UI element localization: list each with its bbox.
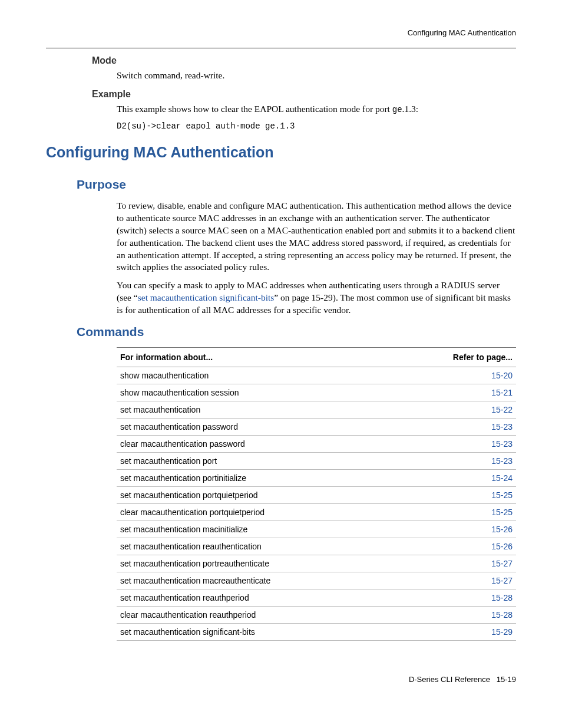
table-row: set macauthentication15-22: [117, 401, 516, 419]
mode-text: Switch command, read-write.: [117, 70, 516, 82]
command-name: set macauthentication password: [117, 419, 397, 436]
footer-doc-title: D-Series CLI Reference: [409, 675, 490, 684]
command-name: set macauthentication: [117, 401, 397, 419]
commands-table: For information about... Refer to page..…: [117, 347, 516, 641]
command-name: set macauthentication portinitialize: [117, 470, 397, 487]
section-title: Configuring MAC Authentication: [46, 144, 516, 161]
table-row: set macauthentication portquietperiod15-…: [117, 487, 516, 504]
page-footer: D-Series CLI Reference 15-19: [46, 675, 516, 684]
page-link[interactable]: 15-21: [397, 384, 516, 401]
page-link[interactable]: 15-26: [397, 538, 516, 555]
table-row: show macauthentication session15-21: [117, 384, 516, 401]
command-name: set macauthentication port: [117, 453, 397, 470]
example-intro-suffix: .1.3:: [402, 104, 419, 114]
commands-heading: Commands: [77, 325, 516, 339]
page-link[interactable]: 15-27: [397, 555, 516, 572]
table-row: set macauthentication password15-23: [117, 419, 516, 436]
example-intro: This example shows how to clear the EAPO…: [117, 103, 516, 116]
table-header-page: Refer to page...: [397, 348, 516, 367]
table-header-info: For information about...: [117, 348, 397, 367]
table-header-row: For information about... Refer to page..…: [117, 348, 516, 367]
command-name: set macauthentication reauthentication: [117, 538, 397, 555]
command-name: set macauthentication portquietperiod: [117, 487, 397, 504]
table-row: clear macauthentication portquietperiod1…: [117, 504, 516, 521]
purpose-link[interactable]: set macauthentication significant-bits: [138, 292, 275, 302]
page-link[interactable]: 15-25: [397, 504, 516, 521]
table-row: show macauthentication15-20: [117, 367, 516, 384]
purpose-heading: Purpose: [77, 177, 516, 192]
command-name: clear macauthentication portquietperiod: [117, 504, 397, 521]
mode-heading: Mode: [92, 55, 516, 66]
example-code: D2(su)->clear eapol auth-mode ge.1.3: [117, 121, 516, 131]
example-intro-prefix: This example shows how to clear the EAPO…: [117, 104, 392, 114]
example-intro-code: ge: [392, 105, 402, 114]
page-link[interactable]: 15-28: [397, 607, 516, 624]
page-link[interactable]: 15-22: [397, 401, 516, 419]
page-link[interactable]: 15-28: [397, 589, 516, 607]
command-name: show macauthentication session: [117, 384, 397, 401]
table-row: set macauthentication portreauthenticate…: [117, 555, 516, 572]
command-name: set macauthentication macinitialize: [117, 521, 397, 538]
table-row: set macauthentication portinitialize15-2…: [117, 470, 516, 487]
command-name: clear macauthentication reauthperiod: [117, 607, 397, 624]
table-row: clear macauthentication password15-23: [117, 436, 516, 453]
example-heading: Example: [92, 89, 516, 100]
page-link[interactable]: 15-27: [397, 572, 516, 589]
command-name: set macauthentication portreauthenticate: [117, 555, 397, 572]
table-row: set macauthentication reauthentication15…: [117, 538, 516, 555]
running-header: Configuring MAC Authentication: [46, 28, 516, 37]
table-row: set macauthentication reauthperiod15-28: [117, 589, 516, 607]
page-link[interactable]: 15-20: [397, 367, 516, 384]
table-row: set macauthentication macinitialize15-26: [117, 521, 516, 538]
command-name: clear macauthentication password: [117, 436, 397, 453]
table-row: clear macauthentication reauthperiod15-2…: [117, 607, 516, 624]
purpose-p2: You can specify a mask to apply to MAC a…: [117, 279, 516, 317]
page-link[interactable]: 15-26: [397, 521, 516, 538]
page: Configuring MAC Authentication Mode Swit…: [0, 0, 562, 707]
command-name: set macauthentication macreauthenticate: [117, 572, 397, 589]
header-rule: [46, 48, 516, 48]
table-row: set macauthentication port15-23: [117, 453, 516, 470]
command-name: show macauthentication: [117, 367, 397, 384]
page-link[interactable]: 15-24: [397, 470, 516, 487]
page-link[interactable]: 15-23: [397, 453, 516, 470]
purpose-p1: To review, disable, enable and configure…: [117, 200, 516, 274]
footer-page-num: 15-19: [497, 675, 516, 684]
table-row: set macauthentication significant-bits15…: [117, 624, 516, 641]
command-name: set macauthentication reauthperiod: [117, 589, 397, 607]
page-link[interactable]: 15-25: [397, 487, 516, 504]
page-link[interactable]: 15-23: [397, 419, 516, 436]
table-row: set macauthentication macreauthenticate1…: [117, 572, 516, 589]
page-link[interactable]: 15-29: [397, 624, 516, 641]
command-name: set macauthentication significant-bits: [117, 624, 397, 641]
page-link[interactable]: 15-23: [397, 436, 516, 453]
